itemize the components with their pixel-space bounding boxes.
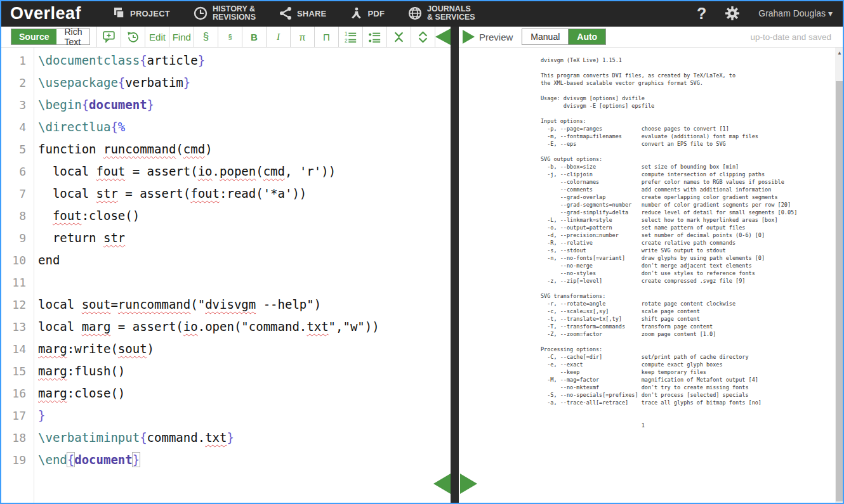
code-line[interactable]: 2\usepackage{verbatim} — [0, 72, 451, 94]
line-number: 17 — [0, 404, 34, 427]
svg-text:1: 1 — [345, 31, 348, 37]
help-button[interactable]: ? — [697, 4, 706, 23]
globe-icon — [407, 6, 423, 21]
code-line[interactable]: 14marg:write(sout) — [0, 338, 451, 360]
share-icon — [279, 6, 293, 20]
gutter-divider — [34, 48, 34, 504]
line-number: 3 — [0, 94, 34, 116]
recompile-run-icon[interactable] — [463, 30, 475, 44]
line-number: 10 — [0, 249, 34, 271]
source-tab[interactable]: Source — [11, 29, 56, 44]
nav-journals-services[interactable]: JOURNALS& SERVICES — [407, 5, 475, 22]
pdf-page-text: dvisvgm (TeX Live) 1.15.1 This program c… — [541, 56, 844, 429]
numbered-list-icon[interactable]: 12 — [339, 27, 362, 47]
line-number: 7 — [0, 183, 34, 205]
code-line[interactable]: 17} — [0, 404, 451, 427]
code-line[interactable]: 5function runcommand(cmd) — [0, 138, 451, 160]
code-line[interactable]: 4\directlua{% — [0, 116, 451, 138]
bold-button[interactable]: B — [242, 27, 266, 47]
display-math-button[interactable]: Π — [315, 27, 338, 47]
auto-compile-button[interactable]: Auto — [569, 29, 605, 44]
code-line[interactable]: 10end — [0, 249, 451, 271]
pdf-preview-body: dvisvgm (TeX Live) 1.15.1 This program c… — [459, 48, 844, 504]
line-number: 2 — [0, 72, 34, 94]
line-number: 1 — [0, 49, 34, 72]
add-comment-icon[interactable] — [97, 27, 121, 47]
edit-menu-button[interactable]: Edit — [145, 27, 169, 47]
code-line[interactable]: 1\documentclass{article} — [0, 49, 451, 72]
line-number: 15 — [0, 360, 34, 382]
preview-pane: Preview Manual Auto up-to-date and saved… — [459, 27, 844, 504]
history-clock-icon — [193, 6, 208, 21]
scrollbar-thumb[interactable] — [836, 81, 843, 501]
line-number: 14 — [0, 338, 34, 360]
nav-share-label: SHARE — [297, 9, 327, 18]
overleaf-logo[interactable]: Overleaf — [10, 4, 81, 23]
project-copies-icon — [112, 6, 126, 20]
svg-text:2: 2 — [345, 38, 348, 44]
save-status: up-to-date and saved — [750, 32, 831, 42]
code-line[interactable]: 9 return str — [0, 227, 451, 249]
editor-toolbar: Source Rich Text Edit Find § § B I — [0, 27, 451, 48]
preview-toolbar: Preview Manual Auto up-to-date and saved — [459, 27, 844, 48]
code-line[interactable]: 8 fout:close() — [0, 205, 451, 227]
nav-pdf[interactable]: PDF — [349, 6, 385, 20]
line-number: 18 — [0, 427, 34, 449]
line-number: 8 — [0, 205, 34, 227]
code-line[interactable]: 6 local fout = assert(io.popen(cmd, 'r')… — [0, 160, 451, 183]
code-line[interactable]: 11 — [0, 271, 451, 294]
source-code-editor[interactable]: 1\documentclass{article}2\usepackage{ver… — [0, 48, 451, 504]
code-line[interactable]: 15marg:flush() — [0, 360, 451, 382]
line-number: 16 — [0, 382, 34, 404]
collapse-editor-pane-arrow[interactable] — [435, 29, 451, 45]
nav-history-revisions[interactable]: HISTORY &REVISIONS — [193, 5, 256, 22]
section-button[interactable]: § — [194, 27, 218, 47]
nav-pdf-label: PDF — [367, 9, 385, 18]
code-line[interactable]: 16marg:close() — [0, 382, 451, 404]
preview-scrollbar[interactable]: ▲ — [835, 48, 844, 504]
track-changes-history-icon[interactable] — [121, 27, 145, 47]
line-number: 11 — [0, 271, 34, 294]
code-line[interactable]: 7 local str = assert(fout:read('*a')) — [0, 183, 451, 205]
nav-project-label: PROJECT — [130, 9, 170, 18]
code-line[interactable]: 13local marg = assert(io.open("command.t… — [0, 316, 451, 338]
line-number: 6 — [0, 160, 34, 183]
manual-compile-button[interactable]: Manual — [522, 29, 569, 44]
line-number: 5 — [0, 138, 34, 160]
line-number: 12 — [0, 294, 34, 316]
unfold-less-icon[interactable] — [387, 27, 411, 47]
subsection-button[interactable]: § — [218, 27, 242, 47]
nav-history-label: HISTORY &REVISIONS — [213, 5, 256, 22]
line-number: 4 — [0, 116, 34, 138]
preview-label: Preview — [479, 32, 513, 42]
caret-down-icon: ▾ — [828, 8, 833, 18]
pane-resize-divider[interactable] — [451, 27, 459, 504]
nav-journals-label: JOURNALS& SERVICES — [427, 5, 475, 22]
settings-gear-icon[interactable] — [724, 5, 741, 22]
editor-pane: Source Rich Text Edit Find § § B I — [0, 27, 451, 504]
code-line[interactable]: 3\begin{document} — [0, 94, 451, 116]
code-line[interactable]: 12local sout=runcommand("dvisvgm --help"… — [0, 294, 451, 316]
collapse-editor-pane-arrow-bottom[interactable] — [433, 474, 451, 494]
line-number: 19 — [0, 449, 34, 471]
unfold-more-icon[interactable] — [411, 27, 435, 47]
nav-share[interactable]: SHARE — [279, 6, 327, 20]
pdf-person-icon — [349, 6, 363, 20]
line-number: 13 — [0, 316, 34, 338]
line-number: 9 — [0, 227, 34, 249]
find-button[interactable]: Find — [169, 27, 194, 47]
scrollbar-up-arrow[interactable]: ▲ — [835, 48, 844, 56]
user-menu[interactable]: Graham Douglas ▾ — [758, 8, 833, 18]
code-line[interactable]: 18\verbatiminput{command.txt} — [0, 427, 451, 449]
top-navbar: Overleaf PROJECT HISTORY &REVISIONS SHAR… — [0, 0, 844, 27]
code-line[interactable]: 19\end{document} — [0, 449, 451, 471]
inline-math-button[interactable]: π — [291, 27, 314, 47]
bullet-list-icon[interactable] — [363, 27, 386, 47]
collapse-preview-pane-arrow-bottom[interactable] — [460, 474, 477, 494]
nav-project[interactable]: PROJECT — [112, 6, 170, 20]
italic-button[interactable]: I — [267, 27, 290, 47]
rich-text-tab[interactable]: Rich Text — [56, 29, 89, 44]
